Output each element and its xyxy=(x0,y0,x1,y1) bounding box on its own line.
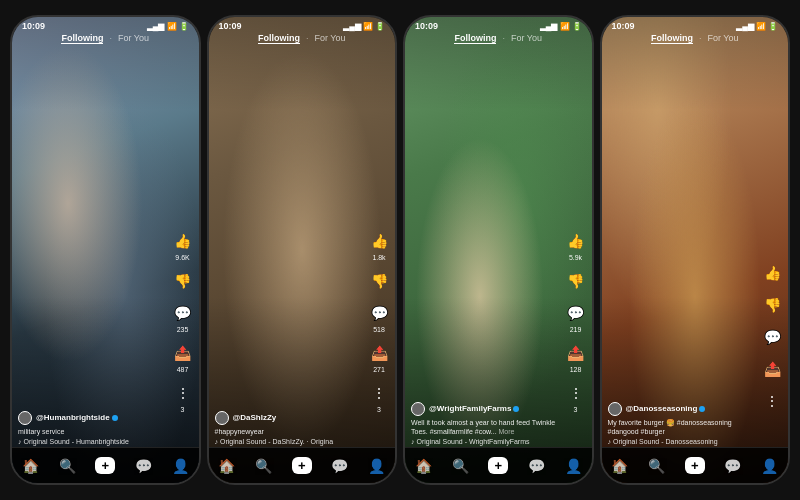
username: @Danosseasoning xyxy=(608,402,759,416)
user-avatar xyxy=(411,402,425,416)
side-action-2[interactable]: 💬 xyxy=(760,325,784,349)
action-icon-4: ⋮ xyxy=(367,381,391,405)
side-action-0[interactable]: 👍1.8k xyxy=(367,229,391,261)
side-action-0[interactable]: 👍 xyxy=(760,261,784,285)
sound-bar: ♪ Original Sound - Danosseasoning xyxy=(608,438,759,445)
nav-divider: · xyxy=(306,33,309,44)
messages-button[interactable]: 💬 xyxy=(331,458,348,474)
action-icon-3: 📤 xyxy=(367,341,391,365)
bottom-nav: 🏠🔍+💬👤 xyxy=(12,447,199,483)
status-time: 10:09 xyxy=(219,21,242,31)
profile-button[interactable]: 👤 xyxy=(172,458,189,474)
side-actions: 👍9.6K👎💬235📤487⋮3 xyxy=(171,229,195,413)
bottom-info: @DaShIzZy #happynewyear ♪ Original Sound… xyxy=(215,411,366,445)
home-button[interactable]: 🏠 xyxy=(218,458,235,474)
phone-1-video: 10:09 ▂▄▆ 📶 🔋 Following·For You👍9.6K👎💬23… xyxy=(12,17,199,483)
user-avatar xyxy=(215,411,229,425)
action-icon-3: 📤 xyxy=(760,357,784,381)
bottom-info: @WrightFamilyFarms Well it took almost a… xyxy=(411,402,562,445)
tab-for-you[interactable]: For You xyxy=(707,33,738,44)
action-count-0: 5.9k xyxy=(569,254,582,261)
profile-button[interactable]: 👤 xyxy=(565,458,582,474)
profile-button[interactable]: 👤 xyxy=(368,458,385,474)
sound-bar: ♪ Original Sound - Humanbrightside xyxy=(18,438,169,445)
user-avatar xyxy=(18,411,32,425)
tab-for-you[interactable]: For You xyxy=(314,33,345,44)
bottom-info: @Danosseasoning My favorite burger 🍔 #da… xyxy=(608,402,759,445)
side-action-1[interactable]: 👎 xyxy=(367,269,391,293)
username-text: @WrightFamilyFarms xyxy=(429,404,511,413)
action-icon-3: 📤 xyxy=(171,341,195,365)
description: Well it took almost a year to hand feed … xyxy=(411,418,562,436)
add-button[interactable]: + xyxy=(292,457,312,474)
status-bar: 10:09 ▂▄▆ 📶 🔋 xyxy=(602,17,789,33)
messages-button[interactable]: 💬 xyxy=(135,458,152,474)
home-button[interactable]: 🏠 xyxy=(611,458,628,474)
action-count-0: 9.6K xyxy=(175,254,189,261)
battery-icon: 🔋 xyxy=(768,22,778,31)
verified-badge xyxy=(112,415,118,421)
side-action-1[interactable]: 👎 xyxy=(564,269,588,293)
side-action-4[interactable]: ⋮3 xyxy=(367,381,391,413)
side-action-3[interactable]: 📤487 xyxy=(171,341,195,373)
side-action-2[interactable]: 💬235 xyxy=(171,301,195,333)
tab-for-you[interactable]: For You xyxy=(118,33,149,44)
action-count-0: 1.8k xyxy=(372,254,385,261)
add-button[interactable]: + xyxy=(685,457,705,474)
action-icon-0: 👍 xyxy=(171,229,195,253)
home-button[interactable]: 🏠 xyxy=(22,458,39,474)
signal-icon: ▂▄▆ xyxy=(147,22,165,31)
side-action-3[interactable]: 📤128 xyxy=(564,341,588,373)
action-count-4: 3 xyxy=(377,406,381,413)
action-icon-1: 👎 xyxy=(171,269,195,293)
home-button[interactable]: 🏠 xyxy=(415,458,432,474)
battery-icon: 🔋 xyxy=(179,22,189,31)
status-icons: ▂▄▆ 📶 🔋 xyxy=(540,22,582,31)
wifi-icon: 📶 xyxy=(560,22,570,31)
nav-divider: · xyxy=(502,33,505,44)
side-action-2[interactable]: 💬219 xyxy=(564,301,588,333)
action-icon-2: 💬 xyxy=(564,301,588,325)
side-action-0[interactable]: 👍5.9k xyxy=(564,229,588,261)
tab-following[interactable]: Following xyxy=(258,33,300,44)
status-icons: ▂▄▆ 📶 🔋 xyxy=(147,22,189,31)
tab-following[interactable]: Following xyxy=(454,33,496,44)
phone-2: 10:09 ▂▄▆ 📶 🔋 Following·For You👍1.8k👎💬51… xyxy=(207,15,398,485)
side-action-4[interactable]: ⋮ xyxy=(760,389,784,413)
add-button[interactable]: + xyxy=(95,457,115,474)
battery-icon: 🔋 xyxy=(375,22,385,31)
action-icon-0: 👍 xyxy=(367,229,391,253)
side-action-2[interactable]: 💬518 xyxy=(367,301,391,333)
side-action-1[interactable]: 👎 xyxy=(171,269,195,293)
side-action-4[interactable]: ⋮3 xyxy=(171,381,195,413)
tab-following[interactable]: Following xyxy=(61,33,103,44)
messages-button[interactable]: 💬 xyxy=(528,458,545,474)
wifi-icon: 📶 xyxy=(167,22,177,31)
side-action-3[interactable]: 📤 xyxy=(760,357,784,381)
messages-button[interactable]: 💬 xyxy=(724,458,741,474)
username: @Humanbrightside xyxy=(18,411,169,425)
sound-bar: ♪ Original Sound - WrightFamilyFarms xyxy=(411,438,562,445)
profile-button[interactable]: 👤 xyxy=(761,458,778,474)
side-action-0[interactable]: 👍9.6K xyxy=(171,229,195,261)
tab-for-you[interactable]: For You xyxy=(511,33,542,44)
status-bar: 10:09 ▂▄▆ 📶 🔋 xyxy=(405,17,592,33)
action-icon-2: 💬 xyxy=(760,325,784,349)
side-action-1[interactable]: 👎 xyxy=(760,293,784,317)
tab-following[interactable]: Following xyxy=(651,33,693,44)
bottom-info: @Humanbrightside military service ♪ Orig… xyxy=(18,411,169,445)
signal-icon: ▂▄▆ xyxy=(540,22,558,31)
search-button[interactable]: 🔍 xyxy=(255,458,272,474)
bottom-nav: 🏠🔍+💬👤 xyxy=(209,447,396,483)
action-icon-4: ⋮ xyxy=(171,381,195,405)
side-action-4[interactable]: ⋮3 xyxy=(564,381,588,413)
action-count-4: 3 xyxy=(181,406,185,413)
search-button[interactable]: 🔍 xyxy=(452,458,469,474)
search-button[interactable]: 🔍 xyxy=(59,458,76,474)
add-button[interactable]: + xyxy=(488,457,508,474)
status-bar: 10:09 ▂▄▆ 📶 🔋 xyxy=(12,17,199,33)
wifi-icon: 📶 xyxy=(363,22,373,31)
battery-icon: 🔋 xyxy=(572,22,582,31)
search-button[interactable]: 🔍 xyxy=(648,458,665,474)
side-action-3[interactable]: 📤271 xyxy=(367,341,391,373)
